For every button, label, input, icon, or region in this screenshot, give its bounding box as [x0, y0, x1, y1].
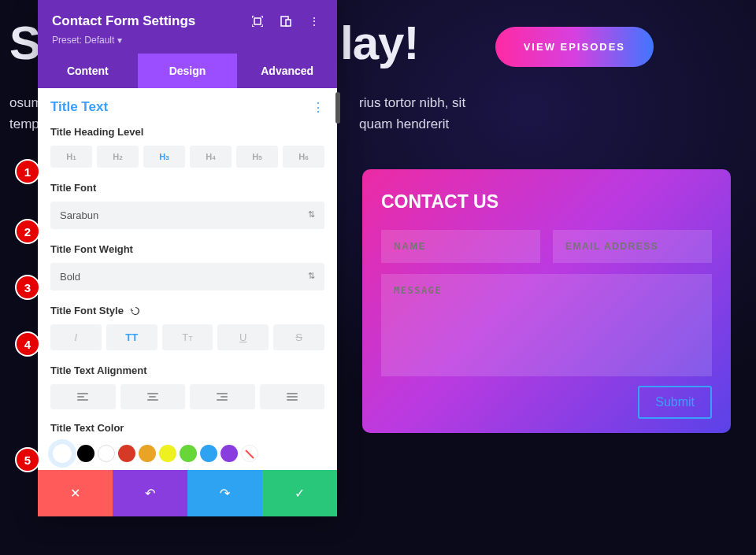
hero-para-fragment: rius tortor nibh, sit: [359, 92, 465, 113]
hero-para-fragment: quam hendrerit: [359, 113, 449, 135]
scrollbar[interactable]: [335, 92, 340, 124]
swatch-purple[interactable]: [220, 445, 238, 462]
hero-para-fragment: temp: [9, 113, 39, 135]
weight-label: Title Font Weight: [50, 243, 324, 255]
redo-button[interactable]: ↷: [187, 470, 262, 516]
swatch-white[interactable]: [98, 445, 115, 462]
font-label: Title Font: [50, 182, 324, 194]
style-underline[interactable]: U: [217, 324, 269, 350]
tab-design[interactable]: Design: [138, 54, 238, 88]
align-left[interactable]: [50, 384, 116, 409]
confirm-button[interactable]: ✓: [262, 470, 337, 516]
heading-h1[interactable]: H1: [50, 146, 92, 168]
align-right[interactable]: [190, 384, 255, 409]
align-justify[interactable]: [260, 384, 325, 409]
weight-select[interactable]: Bold: [50, 263, 324, 290]
alignment-label: Title Text Alignment: [50, 364, 324, 376]
section-title[interactable]: Title Text: [50, 99, 312, 115]
annotation-marker-1: 1: [15, 159, 40, 184]
style-italic[interactable]: I: [50, 324, 102, 350]
annotation-marker-3: 3: [15, 275, 40, 300]
viewport-icon[interactable]: [249, 13, 266, 30]
preset-selector[interactable]: Preset: Default ▾: [52, 35, 323, 46]
swatch-red[interactable]: [118, 445, 135, 462]
undo-button[interactable]: ↶: [113, 470, 187, 516]
heading-h6[interactable]: H6: [283, 146, 324, 168]
style-strikethrough[interactable]: S: [273, 324, 324, 350]
svg-rect-2: [286, 20, 291, 26]
name-input[interactable]: [381, 230, 540, 263]
cancel-button[interactable]: ✕: [38, 470, 113, 516]
swatch-blue[interactable]: [200, 445, 217, 462]
swatch-green[interactable]: [180, 445, 197, 462]
contact-title: CONTACT US: [381, 191, 712, 213]
annotation-marker-5: 5: [15, 447, 40, 472]
align-center[interactable]: [120, 384, 186, 409]
reset-icon[interactable]: [130, 305, 141, 316]
submit-button[interactable]: Submit: [638, 386, 712, 419]
color-current[interactable]: [50, 442, 74, 465]
annotation-marker-4: 4: [15, 331, 40, 357]
more-menu-icon[interactable]: ⋮: [306, 13, 323, 30]
responsive-icon[interactable]: [277, 13, 295, 30]
annotation-marker-2: 2: [15, 219, 40, 244]
heading-h4[interactable]: H4: [190, 146, 232, 168]
heading-level-label: Title Heading Level: [50, 126, 324, 138]
view-episodes-button[interactable]: VIEW EPISODES: [495, 27, 654, 67]
style-label: Title Font Style: [50, 305, 324, 316]
font-select[interactable]: Sarabun: [50, 202, 324, 229]
swatch-none[interactable]: [241, 445, 258, 462]
svg-rect-0: [254, 18, 261, 24]
swatch-black[interactable]: [77, 445, 94, 462]
swatch-orange[interactable]: [139, 445, 156, 462]
settings-panel: Contact Form Settings ⋮ Preset: Default …: [38, 0, 337, 516]
style-uppercase[interactable]: TT: [106, 324, 158, 350]
message-textarea[interactable]: [381, 274, 712, 376]
style-smallcaps[interactable]: TT: [162, 324, 213, 350]
heading-h2[interactable]: H2: [97, 146, 139, 168]
heading-h3[interactable]: H3: [143, 146, 185, 168]
email-input[interactable]: [553, 230, 712, 263]
tab-advanced[interactable]: Advanced: [237, 54, 337, 88]
panel-header: Contact Form Settings ⋮ Preset: Default …: [38, 0, 337, 54]
tab-content[interactable]: Content: [38, 54, 138, 88]
heading-h5[interactable]: H5: [236, 146, 278, 168]
contact-form-preview: CONTACT US Submit: [362, 169, 731, 433]
panel-title: Contact Form Settings: [52, 13, 238, 29]
color-label: Title Text Color: [50, 422, 324, 434]
swatch-yellow[interactable]: [159, 445, 176, 462]
section-menu-icon[interactable]: ⋮: [312, 100, 324, 115]
hero-title-fragment: lay!: [340, 16, 418, 70]
